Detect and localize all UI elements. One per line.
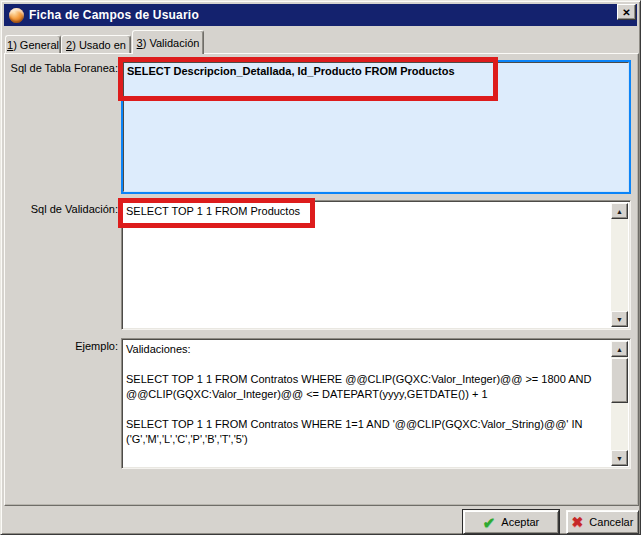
scroll-up-icon: ▲ — [616, 208, 623, 215]
cancelar-button-label: Cancelar — [589, 516, 633, 528]
annotation-box-validation-sql — [118, 198, 315, 228]
validation-sql-scrollbar[interactable]: ▲ ▼ — [611, 203, 628, 327]
scroll-down-button[interactable]: ▼ — [611, 450, 628, 466]
close-button[interactable]: ✕ — [617, 4, 636, 20]
scroll-up-button[interactable]: ▲ — [611, 203, 628, 219]
title-bar[interactable]: Ficha de Campos de Usuario — [4, 4, 637, 26]
scroll-down-icon: ▼ — [616, 455, 623, 462]
scroll-down-button[interactable]: ▼ — [611, 311, 628, 327]
tab-validacion[interactable]: 3) Validación — [132, 30, 204, 54]
dialog-window: Ficha de Campos de Usuario ✕ 1) General … — [0, 0, 641, 535]
close-icon: ✕ — [622, 7, 630, 18]
scroll-down-icon: ▼ — [616, 316, 623, 323]
example-label: Ejemplo: — [0, 340, 118, 352]
tab-validacion-label: 3) Validación — [137, 37, 200, 49]
foreign-sql-label: Sql de Tabla Foranea: — [0, 62, 118, 74]
aceptar-button-label: Aceptar — [501, 516, 539, 528]
scrollbar-thumb[interactable] — [611, 358, 628, 403]
aceptar-button[interactable]: ✔ Aceptar — [463, 510, 559, 534]
tab-general[interactable]: 1) General — [5, 35, 61, 54]
validation-sql-label: Sql de Validación: — [0, 203, 118, 215]
cross-icon: ✖ — [572, 515, 584, 529]
check-icon: ✔ — [483, 515, 496, 530]
tab-usado-en-label: 2) Usado en — [66, 39, 126, 51]
annotation-box-foreign-sql — [118, 57, 498, 101]
example-scrollbar[interactable]: ▲ ▼ — [611, 341, 628, 466]
example-textarea[interactable]: Validaciones: SELECT TOP 1 1 FROM Contra… — [121, 338, 631, 469]
tab-usado-en[interactable]: 2) Usado en — [61, 35, 131, 54]
window-title: Ficha de Campos de Usuario — [29, 8, 199, 22]
cancelar-button[interactable]: ✖ Cancelar — [566, 510, 639, 534]
tab-general-label: 1) General — [7, 39, 59, 51]
app-icon — [9, 8, 24, 23]
scroll-up-icon: ▲ — [616, 346, 623, 353]
scroll-up-button[interactable]: ▲ — [611, 341, 628, 357]
example-value: Validaciones: SELECT TOP 1 1 FROM Contra… — [122, 339, 610, 450]
